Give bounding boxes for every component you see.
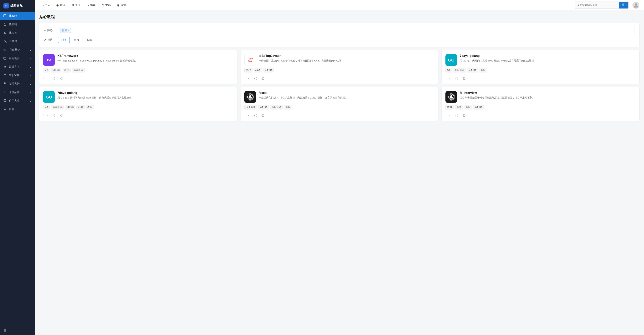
svg-point-36 bbox=[457, 77, 458, 78]
card-title: 7days-golang bbox=[58, 91, 233, 95]
like-action[interactable]: ♡ 2 bbox=[446, 77, 450, 80]
sidebar-item-language[interactable]: 编程语言 ∨ bbox=[0, 54, 35, 63]
nav-world[interactable]: ⊕ 世界 bbox=[99, 2, 114, 9]
sort-rating-button[interactable]: 评价 bbox=[71, 37, 82, 43]
tag[interactable]: 教程 bbox=[284, 105, 292, 110]
history-action[interactable] bbox=[462, 114, 466, 117]
like-action[interactable]: ♡ 2 bbox=[244, 114, 249, 117]
search-input[interactable] bbox=[575, 2, 619, 8]
sidebar-item-label: 发现大神 bbox=[9, 82, 20, 86]
like-action[interactable]: ♡ 2 bbox=[244, 77, 249, 80]
sidebar-item-label: 求职宝典 bbox=[9, 74, 20, 77]
sort-collect-button[interactable]: 收藏 bbox=[84, 37, 95, 43]
tag[interactable]: 项目源码 bbox=[270, 105, 283, 110]
tag[interactable]: 教程 bbox=[464, 105, 472, 110]
card-info: 7days-golang 用 Go 在 7 天时间内实现 Web 框架、分布式缓… bbox=[58, 91, 233, 100]
nav-personal[interactable]: ⌂ 个人 bbox=[39, 2, 53, 9]
share-action[interactable] bbox=[455, 114, 458, 117]
nav-ops[interactable]: ◉ 运营 bbox=[114, 2, 129, 9]
tag[interactable]: Java bbox=[254, 68, 262, 73]
share-action[interactable] bbox=[455, 77, 458, 80]
card-7days-golang-1[interactable]: GO 7days-golang 用 Go 在 7 天时间内实现 Web 框架、分… bbox=[442, 50, 640, 84]
tag[interactable]: 面试 bbox=[455, 105, 463, 110]
card-desc: 一款优秀入门级 AI 项目以及教程，内容涵盖：人脸、视频、文字的检测和识别。 bbox=[259, 96, 434, 100]
tag[interactable]: GitHub bbox=[263, 68, 274, 73]
sidebar-item-find-book[interactable]: 找书籍 bbox=[0, 20, 35, 29]
tag[interactable]: Go bbox=[43, 105, 50, 110]
card-desc: 一个整合 KEngine、SLua/XLua 的 Unity 5 Asset B… bbox=[58, 59, 233, 63]
share-action[interactable] bbox=[52, 114, 56, 117]
tag[interactable]: 项目源码 bbox=[51, 105, 64, 110]
tag[interactable]: 教程 bbox=[479, 68, 487, 73]
tag[interactable]: 框架 bbox=[76, 105, 84, 110]
sidebar-item-toolbox[interactable]: 🔧 工具箱 bbox=[0, 37, 35, 46]
card-title: toBeTopJavaer bbox=[259, 54, 434, 58]
sidebar-item-label: 找项目 bbox=[9, 31, 17, 35]
card-fe-interview[interactable]: fe-interview 项目作者总结关于准备前端面试的复习汇总项目，项目不定时… bbox=[442, 87, 640, 121]
nav-resources[interactable]: ⊞ 资源 bbox=[69, 2, 83, 9]
filter-tags-container[interactable]: 教程 × bbox=[58, 27, 635, 34]
sidebar-logo[interactable]: </> 编程导航 bbox=[0, 0, 35, 12]
tag[interactable]: 项目源码 bbox=[72, 68, 84, 73]
sidebar-item-welfare[interactable]: 福利 bbox=[0, 105, 35, 114]
card-7days-golang-2[interactable]: GO 7days-golang 用 Go 在 7 天时间内实现 Web 框架、分… bbox=[39, 87, 237, 121]
tag[interactable]: 教程 bbox=[86, 105, 94, 110]
page-content: 贴心教程 ◈ 筛选： 教程 × ↗ 排序： bbox=[35, 11, 644, 335]
sidebar-item-devtools[interactable]: 开发必备 ∨ bbox=[0, 88, 35, 97]
resources-icon: ⊞ bbox=[72, 4, 74, 7]
user-avatar[interactable] bbox=[632, 2, 640, 9]
card-faceai[interactable]: faceai 一款优秀入门级 AI 项目以及教程，内容涵盖：人脸、视频、文字的检… bbox=[240, 87, 438, 121]
history-action[interactable] bbox=[261, 77, 264, 80]
share-action[interactable] bbox=[254, 114, 257, 117]
history-action[interactable] bbox=[462, 77, 466, 80]
tag[interactable]: GitHub bbox=[473, 105, 484, 110]
like-action[interactable]: ♡ 3 bbox=[43, 114, 48, 117]
sidebar-item-basics[interactable]: 01 必修基础 ∨ bbox=[0, 46, 35, 54]
find-book-icon bbox=[4, 23, 7, 26]
sidebar-menu-toggle[interactable]: ☰ bbox=[0, 326, 35, 335]
card-ksframework[interactable]: C# KSFramework 一个整合 KEngine、SLua/XLua 的 … bbox=[39, 50, 237, 84]
card-tobetopjavaer[interactable]: Java toBeTopJavaer 一份全面、系统的 Java 学习教程，推荐… bbox=[240, 50, 438, 84]
tag[interactable]: 前端 bbox=[446, 105, 454, 110]
card-header: Java toBeTopJavaer 一份全面、系统的 Java 学习教程，推荐… bbox=[244, 54, 434, 66]
svg-point-13 bbox=[4, 92, 6, 93]
search-button[interactable]: 🔍 bbox=[619, 2, 628, 9]
find-tutorial-icon bbox=[4, 14, 7, 18]
history-action[interactable] bbox=[60, 77, 63, 80]
share-action[interactable] bbox=[254, 77, 257, 80]
sidebar-item-find-tutorial[interactable]: 找教程 bbox=[0, 12, 35, 20]
remove-tag-button[interactable]: × bbox=[68, 29, 69, 32]
tag[interactable]: Go bbox=[446, 68, 452, 73]
sidebar-item-find-project[interactable]: 找项目 bbox=[0, 29, 35, 37]
tag[interactable]: GitHub bbox=[258, 105, 269, 110]
like-action[interactable]: ♡ 6 bbox=[446, 114, 450, 117]
like-action[interactable]: ♡ 1 bbox=[43, 77, 48, 80]
card-info: KSFramework 一个整合 KEngine、SLua/XLua 的 Uni… bbox=[58, 54, 233, 63]
nav-discover[interactable]: ◈ 发现 bbox=[54, 2, 68, 9]
tag[interactable]: GitHub bbox=[467, 68, 478, 73]
welfare-icon bbox=[4, 108, 7, 111]
share-action[interactable] bbox=[52, 77, 56, 80]
tag[interactable]: 项目源码 bbox=[453, 68, 466, 73]
tag[interactable]: 教程 bbox=[244, 68, 252, 73]
sort-time-button[interactable]: 时间 bbox=[58, 37, 70, 43]
nav-recommend[interactable]: ▷ 推荐 bbox=[84, 2, 98, 9]
tag[interactable]: C# bbox=[43, 68, 50, 73]
tag[interactable]: 教程 bbox=[62, 68, 71, 73]
filter-tag-tutorial[interactable]: 教程 × bbox=[60, 28, 71, 33]
sidebar-item-job[interactable]: 求职宝典 ∨ bbox=[0, 71, 35, 80]
domain-icon bbox=[4, 65, 7, 69]
sidebar-item-life[interactable]: 程序人生 ∨ bbox=[0, 97, 35, 105]
tag[interactable]: GitHub bbox=[65, 105, 75, 110]
sidebar-item-label: 编程语言 bbox=[9, 57, 20, 60]
history-action[interactable] bbox=[60, 114, 63, 117]
history-action[interactable] bbox=[261, 114, 264, 117]
tag[interactable]: 人工智能 bbox=[244, 105, 257, 110]
svg-point-43 bbox=[55, 114, 55, 115]
svg-line-54 bbox=[254, 116, 256, 116]
svg-point-15 bbox=[4, 100, 5, 100]
card-footer: ♡ 6 bbox=[446, 112, 636, 117]
sidebar-item-discover[interactable]: 发现大神 ∨ bbox=[0, 80, 35, 88]
sidebar-item-domain[interactable]: 领域方向 ∨ bbox=[0, 63, 35, 71]
tag[interactable]: GitHub bbox=[51, 68, 61, 73]
